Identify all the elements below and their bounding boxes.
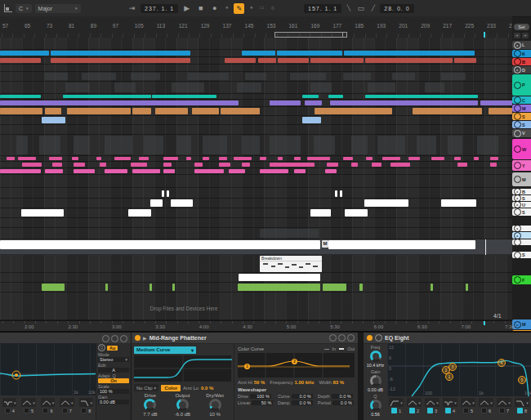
clip[interactable]: [390, 163, 410, 167]
filter-shape-icon[interactable]: ▾: [479, 398, 493, 407]
clip[interactable]: [323, 284, 346, 291]
edit-ab-button[interactable]: A: [98, 368, 129, 373]
clip[interactable]: [167, 190, 169, 197]
clip[interactable]: [328, 240, 475, 249]
clip[interactable]: [45, 169, 63, 173]
eq-filter-dot[interactable]: 1: [445, 373, 453, 381]
clip[interactable]: [63, 95, 151, 98]
track-activator-icon[interactable]: ▸: [514, 226, 521, 231]
color-toggle-button[interactable]: Color: [161, 385, 181, 391]
punch-in-button[interactable]: ╲: [345, 0, 352, 16]
overdub-button[interactable]: +: [223, 0, 230, 16]
clip[interactable]: [203, 136, 227, 154]
output-knob[interactable]: [176, 399, 189, 411]
clip[interactable]: [21, 209, 64, 217]
clip[interactable]: [203, 157, 209, 160]
clip[interactable]: [325, 108, 392, 114]
clip[interactable]: [219, 163, 230, 167]
device-title-bar[interactable]: [0, 333, 131, 344]
clip[interactable]: [454, 157, 461, 160]
clip[interactable]: [0, 169, 41, 173]
color-curve-dot[interactable]: 1: [244, 364, 250, 369]
clip[interactable]: [441, 199, 476, 207]
waveshaper-curve-display[interactable]: [134, 355, 231, 382]
clip[interactable]: [290, 73, 326, 80]
track-header[interactable]: K: [512, 50, 531, 57]
fold-device-icon[interactable]: [120, 335, 127, 342]
clip[interactable]: [74, 163, 85, 167]
clip[interactable]: [144, 136, 163, 154]
curve-preset-select[interactable]: Medium Curve ▾: [134, 346, 196, 354]
clip[interactable]: [377, 136, 405, 154]
clip[interactable]: [270, 101, 301, 105]
clip[interactable]: [42, 284, 65, 291]
filter-shape-icon[interactable]: ▾: [443, 398, 457, 407]
filter-shape-icon[interactable]: ▾: [461, 398, 475, 407]
param-value[interactable]: 0.0 %: [292, 400, 313, 405]
gain-knob[interactable]: [370, 375, 382, 386]
track-header[interactable]: ▸D: [512, 66, 531, 74]
device-title-bar[interactable]: ▶ Mid-Range Phattener: [132, 333, 358, 344]
clip[interactable]: [466, 284, 468, 291]
knob-value[interactable]: -6.0 dB: [167, 412, 199, 417]
clip[interactable]: [260, 157, 266, 160]
clip[interactable]: [194, 169, 224, 173]
track-header[interactable]: ▸M: [512, 319, 531, 329]
loop-length-display[interactable]: 28. 0. 0: [380, 4, 413, 13]
clip[interactable]: [186, 157, 191, 160]
clip[interactable]: [325, 169, 337, 173]
track-activator-icon[interactable]: ▸: [514, 321, 521, 328]
arrangement-area[interactable]: Breakdown MDrop Files and Devices Here4/…: [0, 38, 512, 320]
clip[interactable]: [366, 157, 373, 160]
filter-shape-icon[interactable]: ▾: [79, 398, 94, 407]
clip[interactable]: [365, 95, 478, 98]
fold-device-icon[interactable]: [347, 334, 355, 342]
add-track-button[interactable]: +: [514, 33, 520, 38]
clip[interactable]: [477, 136, 498, 154]
clip[interactable]: [49, 157, 62, 160]
track-activator-icon[interactable]: [514, 276, 521, 284]
clip[interactable]: [302, 95, 319, 98]
track-activator-icon[interactable]: [514, 113, 521, 120]
filter-shape-icon[interactable]: ▾: [2, 398, 17, 407]
clip[interactable]: [431, 284, 433, 291]
loop-brace-handle[interactable]: [342, 32, 347, 38]
band-enable-checkbox[interactable]: [463, 408, 469, 413]
track-header[interactable]: B: [512, 58, 531, 65]
beat-time-ruler[interactable]: 5765738189971051131211291371451531611691…: [0, 16, 512, 38]
clip[interactable]: [260, 169, 288, 173]
clip[interactable]: [245, 73, 266, 80]
band-enable-checkbox[interactable]: [409, 408, 415, 413]
save-preset-icon[interactable]: [111, 335, 118, 342]
filter-shape-icon[interactable]: ▾: [515, 398, 529, 407]
track-activator-icon[interactable]: ▸: [514, 189, 521, 194]
knob-value[interactable]: 7.7 dB: [134, 412, 167, 417]
clip[interactable]: [114, 83, 136, 92]
clip[interactable]: [100, 163, 106, 167]
track-header[interactable]: [512, 239, 531, 245]
arrangement-position-display[interactable]: 237. 1. 1: [141, 4, 178, 13]
track-header[interactable]: S: [512, 121, 531, 128]
clip[interactable]: [345, 209, 368, 217]
capture-midi-button[interactable]: ∷: [258, 0, 266, 16]
hot-swap-icon[interactable]: [329, 334, 337, 342]
clip[interactable]: [52, 163, 62, 167]
param-value[interactable]: 100 %: [250, 394, 271, 399]
clip[interactable]: [171, 199, 193, 207]
clip[interactable]: [0, 51, 49, 56]
clip[interactable]: [188, 73, 229, 80]
clip[interactable]: [343, 157, 353, 160]
track-header[interactable]: Y: [512, 160, 531, 171]
clip[interactable]: [315, 108, 326, 114]
track-activator-icon[interactable]: [514, 239, 521, 245]
clip[interactable]: [105, 284, 108, 291]
knob-value[interactable]: 0.00 dB: [364, 387, 387, 392]
clip[interactable]: [162, 190, 164, 197]
record-button[interactable]: ●: [209, 0, 220, 16]
show-chains-icon[interactable]: ▶: [143, 335, 147, 341]
clip[interactable]: [242, 136, 260, 154]
save-preset-icon[interactable]: [338, 334, 346, 342]
loop-start-display[interactable]: 157. 1. 1: [304, 4, 341, 13]
track-header[interactable]: F: [512, 275, 531, 284]
track-header[interactable]: ▸S: [512, 195, 531, 201]
